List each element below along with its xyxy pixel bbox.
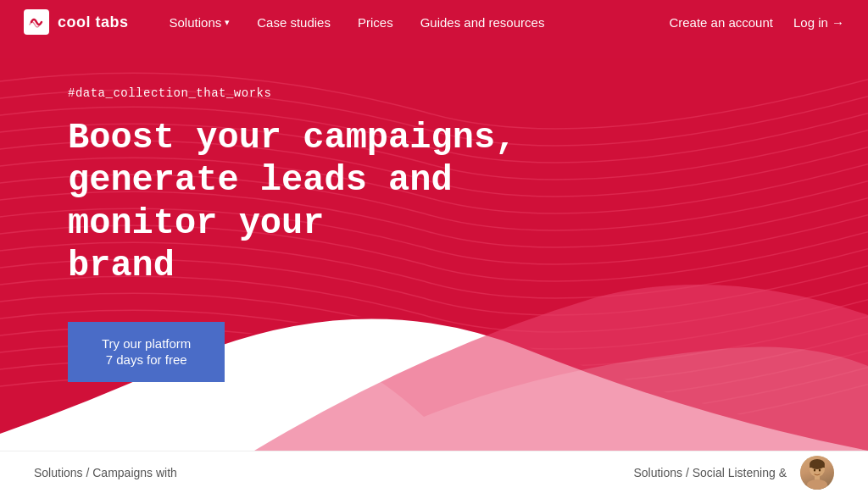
logo-text: cool tabs xyxy=(58,14,129,31)
svg-point-5 xyxy=(807,479,827,490)
play-icon: ▶ xyxy=(252,340,275,363)
hero-content: #data_collection_that_works Boost your c… xyxy=(68,86,619,382)
svg-point-3 xyxy=(819,468,821,471)
nav-prices[interactable]: Prices xyxy=(358,15,393,30)
bottom-bar: Solutions / Campaigns with Solutions / S… xyxy=(0,451,868,493)
nav-guides[interactable]: Guides and resources xyxy=(420,15,545,30)
navbar: cool tabs Solutions ▾ Case studies Price… xyxy=(0,0,868,44)
avatar xyxy=(800,456,834,490)
nav-case-studies[interactable]: Case studies xyxy=(257,15,331,30)
see-in-action-link[interactable]: ▶ See Cool Tabs in action xyxy=(252,340,417,363)
bottom-left-text: Solutions / Campaigns with xyxy=(0,466,434,479)
nav-links: Solutions ▾ Case studies Prices Guides a… xyxy=(170,15,670,30)
login-link[interactable]: Log in → xyxy=(793,15,844,30)
try-platform-button[interactable]: Try our platform 7 days for free xyxy=(68,322,225,382)
create-account-link[interactable]: Create an account xyxy=(669,15,773,30)
hero-tag: #data_collection_that_works xyxy=(68,86,619,100)
hero-section: #data_collection_that_works Boost your c… xyxy=(0,44,868,451)
bottom-right-area: Solutions / Social Listening & xyxy=(434,456,868,490)
hero-title: Boost your campaigns, generate leads and… xyxy=(68,117,619,288)
svg-point-2 xyxy=(814,468,815,471)
nav-solutions[interactable]: Solutions ▾ xyxy=(170,15,231,30)
chevron-down-icon: ▾ xyxy=(225,17,230,28)
nav-right: Create an account Log in → xyxy=(669,15,844,30)
hero-buttons: Try our platform 7 days for free ▶ See C… xyxy=(68,322,619,382)
logo-area[interactable]: cool tabs xyxy=(24,9,129,35)
logo-icon xyxy=(24,9,49,35)
